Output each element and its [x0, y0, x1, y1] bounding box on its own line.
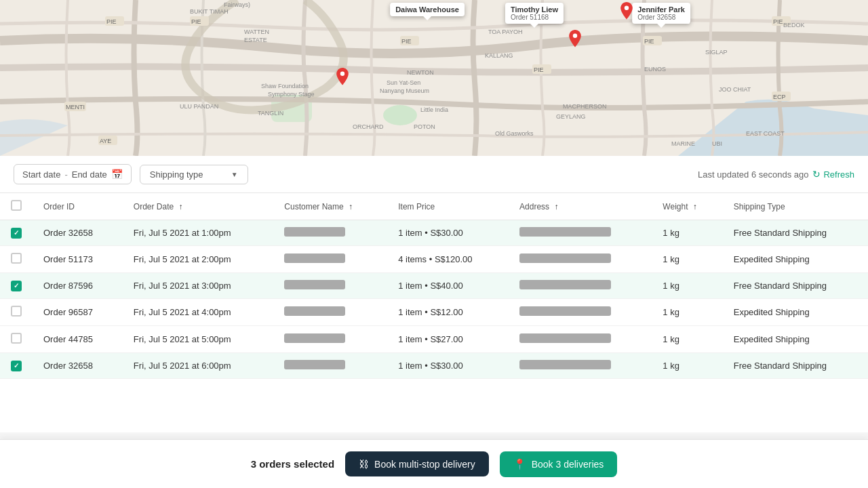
row-weight: 1 kg	[652, 246, 722, 273]
row-checkbox-cell[interactable]	[0, 326, 33, 353]
map-section: ULU PANDAN BUKIT TIMAH ORCHARD NEWTON KA…	[0, 0, 868, 156]
col-item-price-label: Item Price	[398, 202, 435, 211]
row-address	[509, 246, 652, 273]
svg-point-47	[340, 72, 344, 76]
popup-daiwa: Daiwa Warehouse	[390, 3, 465, 16]
svg-point-48	[573, 34, 577, 38]
row-checkbox-cell[interactable]	[0, 273, 33, 299]
row-customer-name	[273, 220, 387, 246]
row-shipping-type: Free Standard Shipping	[723, 273, 868, 299]
row-order-id: Order 87596	[33, 273, 123, 299]
col-weight-header[interactable]: Weight ↑	[652, 193, 722, 220]
row-checkbox[interactable]	[11, 253, 22, 264]
row-weight: 1 kg	[652, 273, 722, 299]
svg-text:BEDOK: BEDOK	[783, 22, 805, 28]
refresh-icon: ↻	[812, 169, 821, 180]
popup-daiwa-label: Daiwa Warehouse	[395, 5, 459, 14]
date-filter[interactable]: Start date - End date 📅	[14, 164, 132, 184]
row-address	[509, 220, 652, 246]
svg-text:POTON: POTON	[414, 123, 435, 130]
svg-text:SIGLAP: SIGLAP	[705, 49, 728, 56]
svg-text:EAST COAST: EAST COAST	[746, 130, 785, 137]
table-row: Order 87596 Fri, Jul 5 2021 at 3:00pm 1 …	[0, 273, 868, 299]
row-order-date: Fri, Jul 5 2021 at 3:00pm	[123, 273, 273, 299]
row-weight: 1 kg	[652, 326, 722, 353]
row-checkbox[interactable]	[11, 361, 22, 371]
select-all-checkbox[interactable]	[11, 200, 22, 211]
svg-text:BUKIT TIMAH: BUKIT TIMAH	[190, 8, 229, 15]
orders-selected-count: 3 orders selected	[251, 458, 334, 470]
table-header-row: Order ID Order Date ↑ Customer Name ↑ It…	[0, 193, 868, 220]
row-order-date: Fri, Jul 5 2021 at 2:00pm	[123, 246, 273, 273]
row-checkbox-cell[interactable]	[0, 353, 33, 379]
shipping-type-dropdown[interactable]: Shipping type ▼	[140, 165, 248, 184]
row-checkbox[interactable]	[11, 333, 22, 344]
svg-text:UBI: UBI	[712, 140, 722, 147]
row-checkbox-cell[interactable]	[0, 246, 33, 273]
row-checkbox[interactable]	[11, 281, 22, 291]
svg-text:PIE: PIE	[644, 38, 654, 45]
row-shipping-type: Expedited Shipping	[723, 246, 868, 273]
row-shipping-type: Free Standard Shipping	[723, 220, 868, 246]
last-updated-text: Last updated 6 seconds ago	[698, 169, 808, 180]
svg-text:MARINE: MARINE	[671, 140, 695, 147]
popup-timothy: Timothy Liew Order 51168	[505, 3, 564, 24]
svg-text:Sun Yat-Sen: Sun Yat-Sen	[387, 79, 420, 86]
row-item-price: 1 item • S$12.00	[387, 299, 509, 326]
col-order-date-label: Order Date	[134, 202, 174, 211]
shipping-type-label: Shipping type	[150, 169, 203, 180]
map-pin-jennifer	[618, 2, 635, 24]
svg-text:NEWTON: NEWTON	[407, 69, 434, 76]
row-item-price: 1 item • S$30.00	[387, 220, 509, 246]
col-order-id-header[interactable]: Order ID	[33, 193, 123, 220]
row-order-date: Fri, Jul 5 2021 at 6:00pm	[123, 353, 273, 379]
col-checkbox-header[interactable]	[0, 193, 33, 220]
refresh-button[interactable]: ↻ Refresh	[812, 169, 854, 180]
popup-jennifer: Jennifer Park Order 32658	[632, 3, 690, 24]
row-order-id: Order 32658	[33, 220, 123, 246]
row-weight: 1 kg	[652, 220, 722, 246]
svg-text:Old Gasworks: Old Gasworks	[495, 130, 534, 137]
row-shipping-type: Free Standard Shipping	[723, 353, 868, 379]
multi-stop-icon: ⛓	[359, 458, 369, 470]
table-row: Order 44785 Fri, Jul 5 2021 at 5:00pm 1 …	[0, 326, 868, 353]
book-deliveries-button[interactable]: 📍 Book 3 deliveries	[500, 451, 618, 477]
col-address-header[interactable]: Address ↑	[509, 193, 652, 220]
svg-text:ECP: ECP	[773, 94, 786, 100]
row-shipping-type: Expedited Shipping	[723, 299, 868, 326]
col-weight-label: Weight	[663, 202, 688, 211]
row-order-id: Order 44785	[33, 326, 123, 353]
table-row: Order 32658 Fri, Jul 5 2021 at 1:00pm 1 …	[0, 220, 868, 246]
popup-jennifer-label: Jennifer Park	[637, 5, 685, 14]
bottom-bar: 3 orders selected ⛓ Book multi-stop deli…	[0, 439, 868, 488]
row-weight: 1 kg	[652, 353, 722, 379]
table-row: Order 51173 Fri, Jul 5 2021 at 2:00pm 4 …	[0, 246, 868, 273]
row-order-id: Order 32658	[33, 353, 123, 379]
svg-text:PIE: PIE	[191, 18, 201, 25]
svg-text:JOO CHIAT: JOO CHIAT	[719, 86, 751, 93]
col-customer-name-header[interactable]: Customer Name ↑	[273, 193, 387, 220]
row-checkbox[interactable]	[11, 228, 22, 239]
row-checkbox[interactable]	[11, 306, 22, 317]
row-checkbox-cell[interactable]	[0, 220, 33, 246]
svg-text:AYE: AYE	[100, 138, 111, 144]
row-shipping-type: Expedited Shipping	[723, 326, 868, 353]
col-shipping-type-header[interactable]: Shipping Type	[723, 193, 868, 220]
calendar-icon: 📅	[111, 169, 123, 180]
svg-text:GEYLANG: GEYLANG	[556, 113, 586, 120]
col-item-price-header[interactable]: Item Price	[387, 193, 509, 220]
svg-text:Little India: Little India	[420, 106, 448, 113]
table-row: Order 32658 Fri, Jul 5 2021 at 6:00pm 1 …	[0, 353, 868, 379]
svg-text:MACPHERSON: MACPHERSON	[563, 103, 607, 110]
book-multi-stop-label: Book multi-stop delivery	[374, 459, 475, 470]
row-item-price: 1 item • S$40.00	[387, 273, 509, 299]
book-multi-stop-button[interactable]: ⛓ Book multi-stop delivery	[345, 451, 489, 476]
row-checkbox-cell[interactable]	[0, 299, 33, 326]
row-customer-name	[273, 299, 387, 326]
popup-timothy-label: Timothy Liew	[511, 5, 558, 14]
table-row: Order 96587 Fri, Jul 5 2021 at 4:00pm 1 …	[0, 299, 868, 326]
svg-text:PIE: PIE	[401, 38, 412, 45]
col-order-date-header[interactable]: Order Date ↑	[123, 193, 273, 220]
chevron-down-icon: ▼	[231, 171, 238, 178]
svg-text:ULU PANDAN: ULU PANDAN	[180, 103, 218, 110]
